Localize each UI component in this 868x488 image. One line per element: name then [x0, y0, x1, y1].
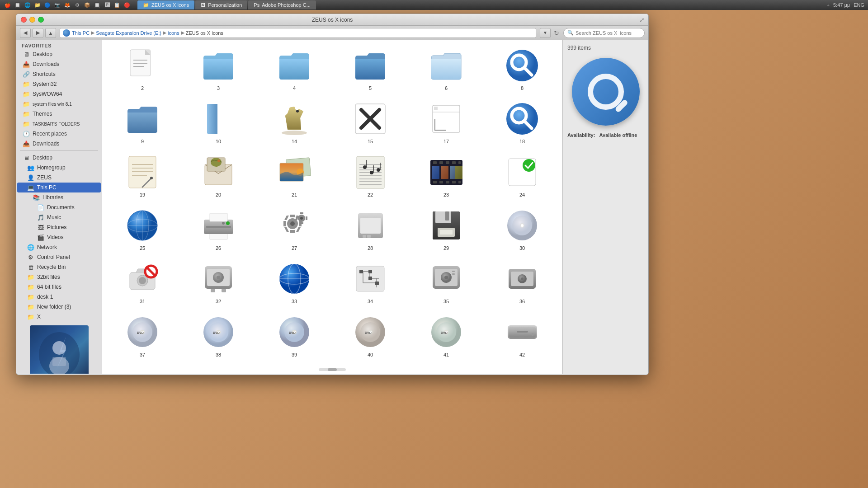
- taskbar-icon-3[interactable]: 📁: [33, 1, 42, 9]
- taskbar-apple-icon[interactable]: 🍎: [4, 1, 12, 9]
- icon-img-9: [124, 101, 160, 137]
- sidebar-tree-recyclebin[interactable]: 🗑 Recycle Bin: [17, 262, 101, 272]
- taskbar-icon-10[interactable]: 🅿: [103, 1, 111, 9]
- icon-item-25[interactable]: 25: [107, 205, 178, 253]
- icon-item-19[interactable]: 19: [107, 151, 178, 200]
- availability-value: Available offline: [599, 132, 637, 138]
- sidebar-tree-64bit[interactable]: 📁 64 bit files: [17, 282, 101, 292]
- taskbar-icon-12[interactable]: 🔴: [123, 1, 131, 9]
- sidebar-item-themes[interactable]: 📁 Themes: [17, 109, 101, 119]
- icon-item-32[interactable]: 32: [183, 258, 254, 307]
- sidebar-item-syswow64[interactable]: 📁 SysWOW64: [17, 89, 101, 99]
- sidebar-tree-documents[interactable]: 📄 Documents: [17, 202, 101, 212]
- icon-item-29[interactable]: 29: [410, 205, 482, 253]
- icon-item-30[interactable]: 30: [486, 205, 558, 253]
- sidebar-item-desktop[interactable]: 🖥 Desktop: [17, 49, 101, 59]
- tab-zeus-icons[interactable]: 📁 ZEUS os X icons: [137, 0, 194, 9]
- sidebar-tree-controlpanel[interactable]: ⚙ Control Panel: [17, 252, 101, 262]
- icon-item-31[interactable]: 31: [107, 258, 178, 307]
- taskbar-icon-9[interactable]: 🔲: [93, 1, 101, 9]
- icon-item-28[interactable]: 28: [335, 205, 406, 253]
- window-maximize-button[interactable]: [38, 17, 44, 23]
- icon-item-34[interactable]: 34: [335, 258, 406, 307]
- breadcrumb-icons[interactable]: icons: [168, 30, 179, 36]
- taskbar-finder-icon[interactable]: 🔲: [14, 1, 22, 9]
- icon-item-9[interactable]: 9: [107, 98, 178, 147]
- sidebar-item-shortcuts[interactable]: 🔗 Shortcuts: [17, 69, 101, 79]
- sidebar-tree-zeus[interactable]: 👤 ZEUS: [17, 173, 101, 183]
- window-close-button[interactable]: [21, 17, 27, 23]
- taskbar-icon-11[interactable]: 📋: [113, 1, 121, 9]
- search-box[interactable]: 🔍: [563, 28, 645, 38]
- sidebar-tree-network[interactable]: 🌐 Network: [17, 242, 101, 252]
- icon-item-41[interactable]: DVD: [410, 311, 482, 360]
- taskbar-icon-8[interactable]: 📦: [83, 1, 91, 9]
- sidebar-item-downloads1[interactable]: 📥 Downloads: [17, 59, 101, 69]
- taskbar-icon-2[interactable]: 🌐: [24, 1, 32, 9]
- sidebar-item-downloads2[interactable]: 📥 Downloads: [17, 139, 101, 149]
- icon-item-38[interactable]: DVD: [183, 311, 254, 360]
- icon-item-39[interactable]: DVD: [259, 311, 330, 360]
- icon-item-20[interactable]: 20: [183, 151, 254, 200]
- window-minimize-button[interactable]: [29, 17, 35, 23]
- icon-item-42[interactable]: 42: [486, 311, 558, 360]
- taskbar-icon-5[interactable]: 📷: [53, 1, 61, 9]
- taskbar-icon-6[interactable]: 🦊: [63, 1, 71, 9]
- breadcrumb-thispc[interactable]: This PC: [72, 30, 90, 36]
- back-button[interactable]: ◀: [20, 28, 31, 38]
- icon-item-2[interactable]: 2: [107, 45, 178, 94]
- icon-item-18[interactable]: 18: [486, 98, 558, 147]
- icon-item-33[interactable]: 33: [259, 258, 330, 307]
- breadcrumb-dropdown-button[interactable]: ▼: [540, 28, 551, 38]
- icon-img-4: [276, 47, 312, 84]
- sidebar-tree-videos[interactable]: 🎬 Videos: [17, 232, 101, 242]
- icon-label-37: 37: [140, 352, 145, 357]
- search-input[interactable]: [576, 30, 641, 36]
- icon-item-3[interactable]: 3: [183, 45, 254, 94]
- taskbar-icon-7[interactable]: ⚙: [73, 1, 81, 9]
- tab-photoshop[interactable]: Ps Adobe Photoshop C...: [248, 0, 316, 9]
- refresh-button[interactable]: ↻: [552, 28, 561, 38]
- tab-personalization[interactable]: 🖼 Personalization: [195, 0, 247, 9]
- icon-item-8[interactable]: 8: [486, 45, 558, 94]
- sidebar-item-recent[interactable]: 🕐 Recent places: [17, 129, 101, 139]
- sidebar-tree-newfolder[interactable]: 📁 New folder (3): [17, 302, 101, 312]
- sidebar-tree-homegroup[interactable]: 👥 Homegroup: [17, 163, 101, 173]
- icon-item-27[interactable]: 27: [259, 205, 330, 253]
- sidebar-tree-desktop[interactable]: 🖥 Desktop: [17, 153, 101, 163]
- sidebar-tree-music[interactable]: 🎵 Music: [17, 212, 101, 222]
- icon-item-15[interactable]: 15: [335, 98, 406, 147]
- sidebar-tree-desk1[interactable]: 📁 desk 1: [17, 292, 101, 302]
- icon-item-37[interactable]: DVD: [107, 311, 178, 360]
- sidebar-tree-libraries[interactable]: 📚 Libraries: [17, 192, 101, 202]
- icon-item-24[interactable]: 24: [486, 151, 558, 200]
- icon-item-22[interactable]: 22: [335, 151, 406, 200]
- icon-item-5[interactable]: 5: [335, 45, 406, 94]
- icon-label-19: 19: [140, 192, 145, 197]
- taskbar-icon-4[interactable]: 🔵: [43, 1, 52, 9]
- sidebar-tree-32bit[interactable]: 📁 32bit files: [17, 272, 101, 282]
- icon-item-36[interactable]: 36: [486, 258, 558, 307]
- sidebar-item-taskbar[interactable]: 📁 TASKBAR'S FOLDERS: [17, 119, 101, 129]
- icon-item-21[interactable]: 21: [259, 151, 330, 200]
- sidebar-tree-x[interactable]: 📁 X: [17, 312, 101, 322]
- breadcrumb-seagate[interactable]: Seagate Expansion Drive (E:): [96, 30, 161, 36]
- sidebar-item-system32[interactable]: 📁 System32: [17, 79, 101, 89]
- big-search-icon: [572, 58, 640, 126]
- icon-item-17[interactable]: 17: [410, 98, 482, 147]
- sidebar-tree-pictures[interactable]: 🖼 Pictures: [17, 222, 101, 232]
- icon-item-35[interactable]: 35: [410, 258, 482, 307]
- icon-item-26[interactable]: 26: [183, 205, 254, 253]
- icon-item-4[interactable]: 4: [259, 45, 330, 94]
- breadcrumb-bar[interactable]: This PC ▶ Seagate Expansion Drive (E:) ▶…: [60, 28, 536, 38]
- sidebar-item-sysfiles[interactable]: 📁 system files win 8.1: [17, 99, 101, 109]
- sidebar-tree-thispc[interactable]: 💻 This PC: [17, 183, 101, 192]
- icon-item-23[interactable]: 23: [410, 151, 482, 200]
- up-button[interactable]: ▲: [45, 28, 56, 38]
- icon-item-14[interactable]: 14: [259, 98, 330, 147]
- icon-item-6[interactable]: 6: [410, 45, 482, 94]
- window-resize-button[interactable]: ⤢: [639, 16, 645, 23]
- icon-item-40[interactable]: DVD: [335, 311, 406, 360]
- forward-button[interactable]: ▶: [33, 28, 43, 38]
- icon-item-10[interactable]: 10: [183, 98, 254, 147]
